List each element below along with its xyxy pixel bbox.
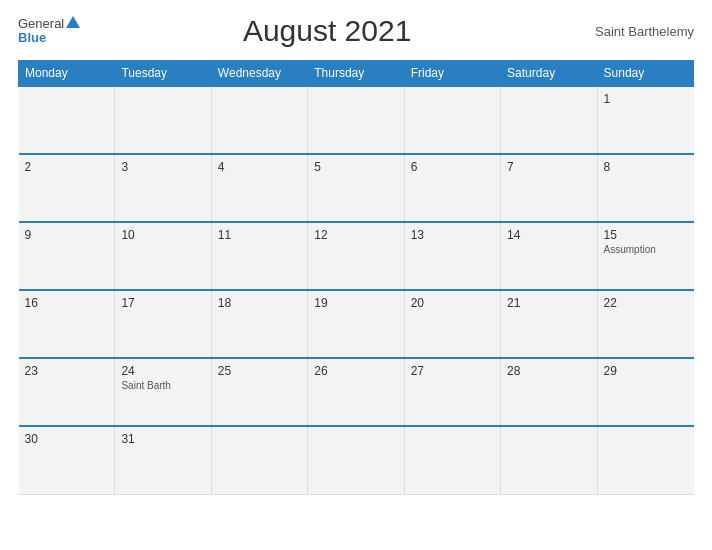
day-number: 16 (25, 296, 109, 310)
calendar-cell-w2-d4: 5 (308, 154, 404, 222)
day-number: 22 (604, 296, 688, 310)
calendar-cell-w3-d1: 9 (19, 222, 115, 290)
day-number: 2 (25, 160, 109, 174)
calendar-week-4: 16171819202122 (19, 290, 694, 358)
event-label: Assumption (604, 244, 688, 255)
day-number: 21 (507, 296, 590, 310)
calendar-cell-w1-d6 (501, 86, 597, 154)
calendar-wrapper: General Blue August 2021 Saint Barthelem… (0, 0, 712, 550)
calendar-cell-w5-d7: 29 (597, 358, 693, 426)
calendar-cell-w3-d3: 11 (211, 222, 307, 290)
calendar-cell-w3-d7: 15Assumption (597, 222, 693, 290)
month-title: August 2021 (80, 14, 574, 48)
calendar-week-6: 3031 (19, 426, 694, 494)
calendar-cell-w4-d6: 21 (501, 290, 597, 358)
calendar-cell-w2-d3: 4 (211, 154, 307, 222)
logo-blue-text: Blue (18, 31, 46, 45)
calendar-cell-w1-d3 (211, 86, 307, 154)
calendar-cell-w6-d2: 31 (115, 426, 211, 494)
day-number: 19 (314, 296, 397, 310)
calendar-cell-w2-d1: 2 (19, 154, 115, 222)
calendar-cell-w4-d7: 22 (597, 290, 693, 358)
day-number: 27 (411, 364, 494, 378)
calendar-table: Monday Tuesday Wednesday Thursday Friday… (18, 60, 694, 495)
calendar-cell-w1-d5 (404, 86, 500, 154)
calendar-week-1: 1 (19, 86, 694, 154)
day-number: 13 (411, 228, 494, 242)
calendar-cell-w6-d7 (597, 426, 693, 494)
weekday-wednesday: Wednesday (211, 61, 307, 87)
calendar-cell-w4-d3: 18 (211, 290, 307, 358)
region-label: Saint Barthelemy (574, 24, 694, 39)
calendar-cell-w1-d4 (308, 86, 404, 154)
calendar-cell-w5-d6: 28 (501, 358, 597, 426)
day-number: 7 (507, 160, 590, 174)
calendar-cell-w6-d3 (211, 426, 307, 494)
calendar-header: General Blue August 2021 Saint Barthelem… (18, 10, 694, 52)
calendar-cell-w5-d1: 23 (19, 358, 115, 426)
weekday-friday: Friday (404, 61, 500, 87)
day-number: 31 (121, 432, 204, 446)
weekday-monday: Monday (19, 61, 115, 87)
day-number: 23 (25, 364, 109, 378)
calendar-cell-w3-d2: 10 (115, 222, 211, 290)
day-number: 8 (604, 160, 688, 174)
calendar-cell-w1-d7: 1 (597, 86, 693, 154)
day-number: 3 (121, 160, 204, 174)
day-number: 5 (314, 160, 397, 174)
day-number: 28 (507, 364, 590, 378)
day-number: 6 (411, 160, 494, 174)
weekday-thursday: Thursday (308, 61, 404, 87)
calendar-cell-w4-d2: 17 (115, 290, 211, 358)
day-number: 12 (314, 228, 397, 242)
day-number: 30 (25, 432, 109, 446)
calendar-week-5: 2324Saint Barth2526272829 (19, 358, 694, 426)
calendar-cell-w5-d5: 27 (404, 358, 500, 426)
day-number: 1 (604, 92, 688, 106)
day-number: 17 (121, 296, 204, 310)
weekday-tuesday: Tuesday (115, 61, 211, 87)
day-number: 26 (314, 364, 397, 378)
calendar-cell-w2-d2: 3 (115, 154, 211, 222)
day-number: 29 (604, 364, 688, 378)
calendar-cell-w6-d5 (404, 426, 500, 494)
day-number: 4 (218, 160, 301, 174)
calendar-cell-w6-d1: 30 (19, 426, 115, 494)
calendar-cell-w6-d4 (308, 426, 404, 494)
day-number: 24 (121, 364, 204, 378)
weekday-saturday: Saturday (501, 61, 597, 87)
logo: General Blue (18, 17, 80, 46)
calendar-cell-w5-d3: 25 (211, 358, 307, 426)
calendar-body: 123456789101112131415Assumption161718192… (19, 86, 694, 494)
day-number: 18 (218, 296, 301, 310)
calendar-cell-w1-d2 (115, 86, 211, 154)
logo-general-text: General (18, 17, 64, 31)
calendar-cell-w1-d1 (19, 86, 115, 154)
event-label: Saint Barth (121, 380, 204, 391)
calendar-week-3: 9101112131415Assumption (19, 222, 694, 290)
calendar-cell-w4-d5: 20 (404, 290, 500, 358)
weekday-sunday: Sunday (597, 61, 693, 87)
calendar-week-2: 2345678 (19, 154, 694, 222)
day-number: 15 (604, 228, 688, 242)
day-number: 9 (25, 228, 109, 242)
calendar-cell-w4-d4: 19 (308, 290, 404, 358)
calendar-cell-w6-d6 (501, 426, 597, 494)
calendar-cell-w4-d1: 16 (19, 290, 115, 358)
calendar-cell-w2-d7: 8 (597, 154, 693, 222)
calendar-cell-w5-d2: 24Saint Barth (115, 358, 211, 426)
calendar-cell-w3-d4: 12 (308, 222, 404, 290)
day-number: 14 (507, 228, 590, 242)
calendar-cell-w5-d4: 26 (308, 358, 404, 426)
logo-triangle-icon (66, 16, 80, 28)
calendar-cell-w2-d5: 6 (404, 154, 500, 222)
day-number: 25 (218, 364, 301, 378)
calendar-cell-w3-d6: 14 (501, 222, 597, 290)
day-number: 11 (218, 228, 301, 242)
calendar-cell-w3-d5: 13 (404, 222, 500, 290)
calendar-cell-w2-d6: 7 (501, 154, 597, 222)
day-number: 10 (121, 228, 204, 242)
day-number: 20 (411, 296, 494, 310)
calendar-header-row: Monday Tuesday Wednesday Thursday Friday… (19, 61, 694, 87)
